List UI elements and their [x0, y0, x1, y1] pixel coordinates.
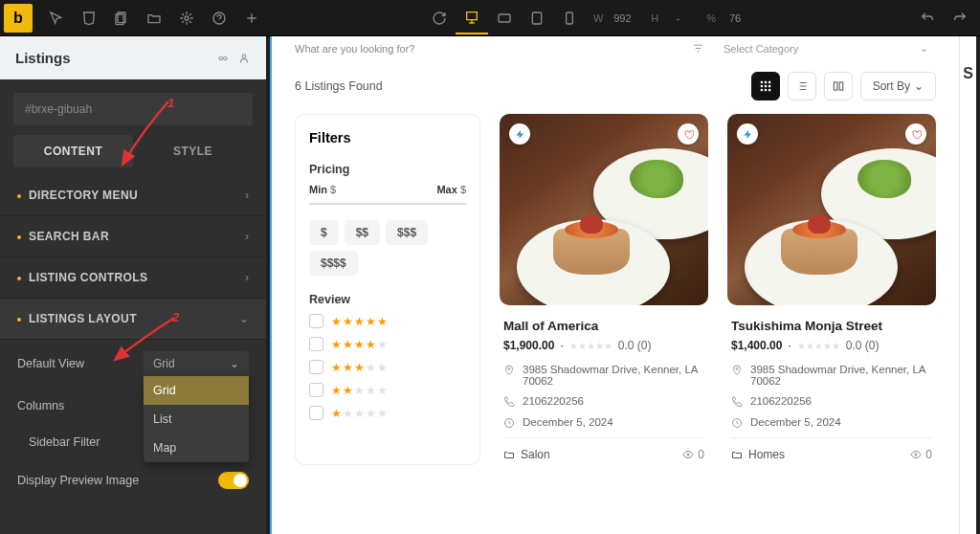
folder-icon[interactable]: [138, 2, 170, 34]
panel-header: Listings: [0, 36, 266, 79]
svg-rect-12: [768, 81, 770, 83]
svg-point-23: [687, 454, 689, 456]
section-search-bar[interactable]: SEARCH BAR›: [0, 216, 266, 257]
search-placeholder[interactable]: What are you looking for?: [295, 43, 414, 55]
card-image: [727, 114, 936, 305]
bolt-icon[interactable]: [737, 123, 758, 145]
svg-rect-11: [764, 81, 766, 83]
sort-button[interactable]: Sort By⌄: [860, 72, 936, 100]
dimension-zoom[interactable]: %76: [699, 12, 756, 24]
card-date: December 5, 2024: [503, 416, 704, 429]
filter-pricing-label: Pricing: [309, 163, 466, 176]
svg-rect-4: [499, 14, 510, 22]
listing-card[interactable]: Tsukishima Monja Street $1,400.00·★★★★★0…: [727, 114, 936, 465]
review-row-5[interactable]: ★★★★★: [309, 314, 466, 328]
search-row: What are you looking for?: [295, 43, 680, 55]
responsive-icon[interactable]: [456, 2, 488, 34]
class-icon[interactable]: [237, 52, 251, 65]
card-category: Homes: [731, 448, 785, 461]
price-pill-2[interactable]: $$: [345, 220, 380, 245]
svg-rect-17: [764, 89, 766, 91]
tab-content[interactable]: CONTENT: [13, 135, 133, 167]
link-icon[interactable]: [216, 52, 230, 65]
category-select[interactable]: Select Category⌄: [716, 42, 936, 55]
review-row-2[interactable]: ★★★★★: [309, 383, 466, 397]
filter-icon[interactable]: [692, 42, 704, 55]
toggle-display-preview[interactable]: [218, 472, 249, 489]
tablet-icon[interactable]: [521, 2, 553, 34]
add-icon[interactable]: [235, 2, 268, 34]
app-logo[interactable]: b: [4, 4, 33, 33]
card-price: $1,900.00: [503, 339, 554, 352]
dropdown-item-list[interactable]: List: [144, 405, 249, 434]
card-price: $1,400.00: [731, 339, 782, 352]
dimension-width[interactable]: W992: [586, 12, 643, 24]
default-view-select[interactable]: Grid⌄ Grid List Map: [144, 351, 249, 376]
svg-rect-19: [834, 82, 837, 90]
card-image: [500, 114, 708, 305]
filters-panel: Filters Pricing Min $Max $ $ $$ $$$ $$$$…: [295, 114, 480, 465]
cursor-icon[interactable]: [40, 2, 73, 34]
view-map-button[interactable]: [824, 72, 853, 100]
tab-style[interactable]: STYLE: [133, 135, 253, 167]
top-toolbar: b W992 H- %76: [0, 0, 980, 36]
css-icon[interactable]: [73, 2, 105, 34]
svg-point-2: [185, 16, 189, 20]
card-address: 3985 Shadowmar Drive, Kenner, LA 70062: [731, 364, 932, 387]
svg-rect-18: [768, 89, 770, 91]
heart-icon[interactable]: [678, 123, 699, 145]
mobile-icon[interactable]: [553, 2, 586, 34]
card-title: Tsukishima Monja Street: [731, 319, 932, 333]
listing-card[interactable]: Mall of America $1,900.00·★★★★★0.0 (0) 3…: [500, 114, 708, 465]
view-grid-button[interactable]: [751, 72, 780, 100]
section-listing-controls[interactable]: LISTING CONTROLS›: [0, 257, 266, 299]
card-phone: 2106220256: [731, 395, 932, 408]
svg-point-8: [224, 56, 228, 60]
panel-title: Listings: [15, 50, 71, 66]
filter-review-label: Review: [309, 293, 466, 306]
card-category: Salon: [503, 448, 550, 461]
dimension-height[interactable]: H-: [643, 12, 699, 24]
svg-rect-13: [760, 85, 762, 87]
svg-rect-6: [567, 12, 573, 24]
card-title: Mall of America: [503, 319, 704, 333]
section-listings-layout[interactable]: LISTINGS LAYOUT⌄: [0, 299, 266, 340]
help-icon[interactable]: [203, 2, 235, 34]
price-pill-4[interactable]: $$$$: [309, 251, 358, 276]
price-slider[interactable]: [309, 203, 466, 205]
refresh-icon[interactable]: [423, 2, 456, 34]
svg-point-7: [219, 56, 223, 60]
undo-icon[interactable]: [911, 2, 944, 34]
svg-rect-14: [764, 85, 766, 87]
filters-title: Filters: [309, 130, 466, 145]
control-display-preview: Display Preview Image: [0, 460, 266, 501]
heart-icon[interactable]: [905, 123, 926, 145]
redo-icon[interactable]: [944, 2, 976, 34]
price-pill-1[interactable]: $: [309, 220, 339, 245]
review-row-3[interactable]: ★★★★★: [309, 360, 466, 374]
review-row-1[interactable]: ★★★★★: [309, 406, 466, 420]
dropdown-item-map[interactable]: Map: [144, 434, 249, 462]
price-pill-3[interactable]: $$$: [386, 220, 428, 245]
card-views: 0: [682, 448, 704, 461]
element-id[interactable]: #brxe-gibuah: [13, 93, 253, 125]
card-address: 3985 Shadowmar Drive, Kenner, LA 70062: [503, 364, 704, 387]
control-default-view: Default View Grid⌄ Grid List Map: [0, 340, 266, 388]
left-panel: Listings #brxe-gibuah CONTENT STYLE DIRE…: [0, 36, 266, 534]
card-views: 0: [910, 448, 932, 461]
card-phone: 2106220256: [503, 395, 704, 408]
section-directory-menu[interactable]: DIRECTORY MENU›: [0, 175, 266, 216]
default-view-dropdown: Grid List Map: [144, 376, 249, 462]
dropdown-item-grid[interactable]: Grid: [144, 376, 249, 405]
settings-icon[interactable]: [170, 2, 203, 34]
card-date: December 5, 2024: [731, 416, 932, 429]
view-list-button[interactable]: [788, 72, 816, 100]
svg-point-24: [736, 368, 738, 370]
svg-point-26: [915, 454, 917, 456]
review-row-4[interactable]: ★★★★★: [309, 337, 466, 351]
right-collapsed-panel[interactable]: S: [959, 36, 976, 534]
bolt-icon[interactable]: [509, 123, 530, 145]
pages-icon[interactable]: [105, 2, 138, 34]
tablet-landscape-icon[interactable]: [488, 2, 521, 34]
preview-canvas: What are you looking for? Select Categor…: [270, 36, 959, 534]
